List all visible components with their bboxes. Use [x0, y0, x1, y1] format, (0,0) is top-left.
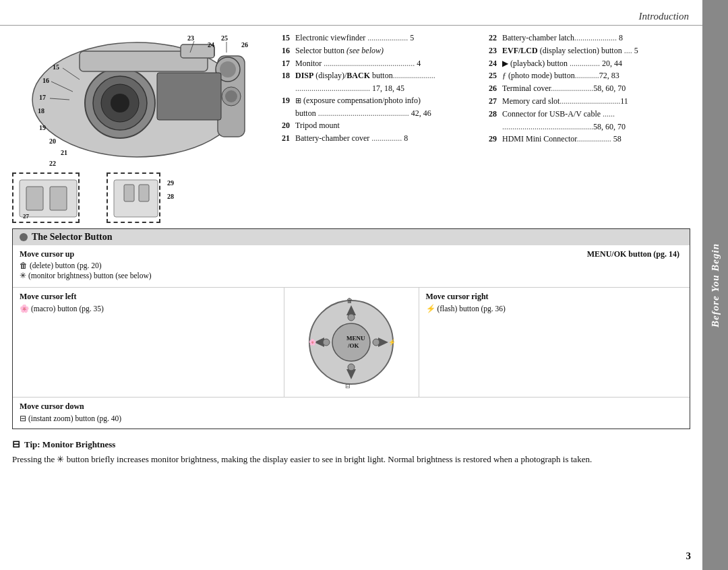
tip-title-text: Tip: Monitor Brightness: [24, 439, 115, 450]
svg-text:🗑: 🗑: [346, 297, 353, 304]
parts-col-2: 22 Battery-chamber latch................…: [489, 32, 690, 223]
svg-point-51: [348, 364, 355, 371]
selector-mid-section: Move cursor left 🌸 (macro) button (pg. 3…: [13, 288, 690, 398]
selector-header: The Selector Button: [13, 229, 690, 245]
move-left-label: Move cursor left: [20, 292, 277, 302]
selector-title: The Selector Button: [32, 232, 113, 243]
camera-diagram: 23 24 15 16 17 18 19 20 21 22 25 26: [12, 32, 275, 167]
svg-text:23: 23: [187, 34, 194, 42]
selector-dot-icon: [20, 233, 28, 241]
move-up-label: Move cursor up: [20, 249, 587, 259]
svg-text:24: 24: [208, 41, 214, 49]
move-up-desc2: ✳ (monitor brightness) button (see below…: [20, 271, 587, 280]
parts-entry-21: 21 Battery-chamber cover ...............…: [282, 133, 483, 144]
svg-point-50: [348, 314, 355, 321]
svg-text:21: 21: [61, 149, 67, 156]
parts-list: 15 Electronic viewfinder ...............…: [282, 32, 690, 223]
parts-entry-24: 24 ▶ (playback) button ............... 2…: [489, 58, 690, 69]
svg-text:27: 27: [23, 213, 30, 220]
main-content: 23 24 15 16 17 18 19 20 21 22 25 26: [0, 26, 702, 570]
svg-text:18: 18: [38, 107, 44, 115]
svg-text:⊟: ⊟: [345, 383, 351, 389]
move-down-label: Move cursor down: [20, 402, 683, 412]
move-right-desc: ⚡ (flash) button (pg. 36): [426, 304, 684, 313]
menu-ok-area: MENU/OK button (pg. 14): [587, 249, 683, 261]
parts-entry-29: 29 HDMI Mini Connector................. …: [489, 133, 690, 145]
svg-text:25: 25: [221, 34, 228, 42]
svg-text:🌸: 🌸: [309, 338, 317, 346]
parts-entry-15: 15 Electronic viewfinder ...............…: [282, 32, 483, 44]
svg-rect-37: [139, 185, 149, 201]
sidebar-label: Before You Begin: [710, 243, 721, 327]
svg-text:16: 16: [42, 77, 49, 84]
parts-entry-18: 18 DISP (display)/BACK button...........…: [282, 70, 483, 82]
page-title: Introduction: [639, 11, 689, 22]
tip-icon: ⊟: [12, 439, 20, 450]
svg-text:/OK: /OK: [347, 342, 359, 349]
controller-center: MENU /OK 🗑 🌸 ⚡: [284, 288, 419, 397]
svg-text:15: 15: [53, 63, 59, 71]
camera-details: 27 29 28: [12, 172, 275, 223]
svg-rect-36: [124, 185, 134, 201]
parts-entry-19b: button .................................…: [282, 108, 483, 119]
svg-text:⚡: ⚡: [388, 338, 396, 346]
svg-rect-10: [157, 73, 221, 120]
parts-entry-28b: ........................................…: [489, 121, 690, 132]
svg-text:26: 26: [241, 41, 248, 49]
selector-section: The Selector Button Move cursor up 🗑 (de…: [12, 228, 690, 429]
page-number: 3: [686, 550, 692, 562]
tip-body: Pressing the ✳ button briefly increases …: [12, 453, 690, 466]
move-down-desc: ⊟ (instant zoom) button (pg. 40): [20, 414, 683, 423]
move-up-desc1: 🗑 (delete) button (pg. 20): [20, 261, 587, 270]
menu-ok-label: MENU/OK button (pg. 14): [587, 249, 679, 259]
parts-col-1: 15 Electronic viewfinder ...............…: [282, 32, 483, 223]
parts-entry-17: 17 Monitor .............................…: [282, 58, 483, 69]
parts-entry-20: 20 Tripod mount: [282, 120, 483, 131]
move-left-area: Move cursor left 🌸 (macro) button (pg. 3…: [13, 288, 284, 397]
svg-text:22: 22: [49, 160, 56, 167]
parts-entry-25: 25 ƒ (photo mode) button............72, …: [489, 70, 690, 82]
tip-section: ⊟ Tip: Monitor Brightness Pressing the ✳…: [12, 439, 690, 466]
move-left-desc: 🌸 (macro) button (pg. 35): [20, 304, 277, 313]
selector-down-section: Move cursor down ⊟ (instant zoom) button…: [13, 398, 690, 429]
detail-box-left: 27: [12, 172, 80, 223]
move-right-label: Move cursor right: [426, 292, 684, 302]
page-header: Introduction: [0, 0, 702, 26]
move-up-area: Move cursor up 🗑 (delete) button (pg. 20…: [20, 249, 587, 282]
svg-rect-35: [114, 180, 158, 217]
detail-box-right: 29 28: [107, 172, 160, 223]
svg-text:MENU: MENU: [346, 335, 365, 342]
svg-text:20: 20: [49, 137, 56, 145]
svg-text:17: 17: [39, 94, 46, 101]
svg-text:19: 19: [39, 124, 46, 131]
tip-title: ⊟ Tip: Monitor Brightness: [12, 439, 690, 450]
parts-entry-23: 23 EVF/LCD (display selection) button ..…: [489, 45, 690, 57]
camera-area: 23 24 15 16 17 18 19 20 21 22 25 26: [12, 32, 275, 223]
svg-rect-32: [26, 187, 43, 210]
svg-point-4: [111, 94, 129, 113]
top-section: 23 24 15 16 17 18 19 20 21 22 25 26: [12, 32, 690, 223]
svg-rect-33: [50, 187, 67, 210]
parts-entry-28: 28 Connector for USB-A/V cable ......: [489, 108, 690, 120]
move-right-area: Move cursor right ⚡ (flash) button (pg. …: [419, 288, 690, 397]
sidebar: Before You Begin: [702, 0, 728, 570]
parts-entry-19: 19 ⊞ (exposure compensation/photo info): [282, 95, 483, 106]
parts-entry-27: 27 Memory card slot.....................…: [489, 96, 690, 107]
selector-up-section: Move cursor up 🗑 (delete) button (pg. 20…: [13, 245, 690, 288]
parts-entry-16: 16 Selector button (see below): [282, 45, 483, 57]
svg-point-52: [323, 339, 330, 346]
svg-point-9: [220, 61, 236, 77]
parts-entry-26: 26 Terminal cover.....................58…: [489, 83, 690, 94]
controller-diagram: MENU /OK 🗑 🌸 ⚡: [301, 292, 402, 393]
parts-entry-22: 22 Battery-chamber latch................…: [489, 32, 690, 44]
parts-entry-18b: ..................................... 17…: [282, 83, 483, 94]
svg-point-12: [225, 90, 237, 102]
svg-point-53: [373, 339, 380, 346]
